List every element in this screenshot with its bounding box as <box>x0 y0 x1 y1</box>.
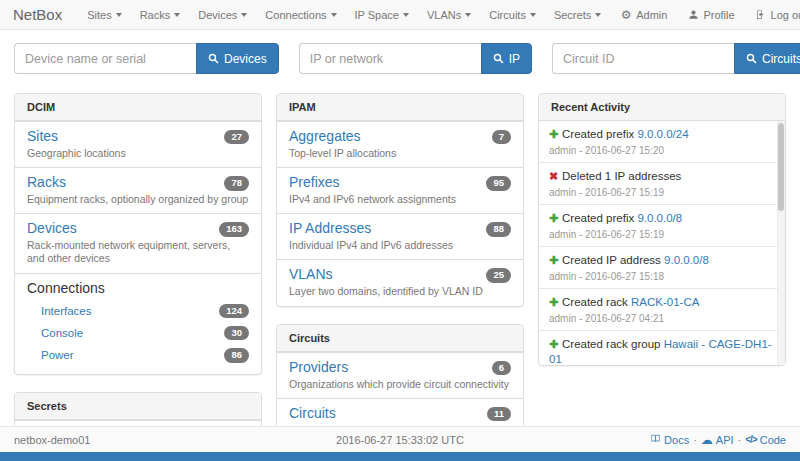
interfaces-count-badge: 124 <box>219 304 249 318</box>
created-plus-icon: ✚ <box>549 337 562 351</box>
device-search-button[interactable]: Devices <box>196 43 279 74</box>
list-item-sites: 27 Sites Geographic locations <box>15 121 261 167</box>
vlans-description: Layer two domains, identified by VLAN ID <box>289 285 511 298</box>
column-activity: Recent Activity ✚Created prefix 9.0.0.0/… <box>538 93 786 383</box>
providers-link[interactable]: Providers <box>289 359 348 375</box>
console-count-badge: 30 <box>224 326 249 340</box>
activity-meta: admin - 2016-06-27 15:20 <box>549 145 773 156</box>
devices-description: Rack-mounted network equipment, servers,… <box>27 239 249 265</box>
prefixes-description: IPv4 and IPv6 network assignments <box>289 193 511 206</box>
netbox-dashboard: NetBox Sites Racks Devices Connections I… <box>0 0 800 461</box>
panel-title: Secrets <box>15 393 261 420</box>
logout-icon <box>755 9 767 21</box>
circuit-search-input[interactable] <box>552 43 734 74</box>
vlans-count-badge: 25 <box>486 268 511 282</box>
prefixes-count-badge: 95 <box>486 176 511 190</box>
panel-title: Recent Activity <box>539 94 785 121</box>
nav-sites[interactable]: Sites <box>78 9 130 21</box>
power-link[interactable]: Power <box>41 349 74 361</box>
devices-link[interactable]: Devices <box>27 220 77 236</box>
list-item-aggregates: 7 Aggregates Top-level IP allocations <box>277 121 523 167</box>
providers-count-badge: 6 <box>492 361 511 375</box>
ip-search-button[interactable]: IP <box>481 43 532 74</box>
panel-title: Circuits <box>277 325 523 352</box>
vlans-link[interactable]: VLANs <box>289 266 333 282</box>
column-dcim: DCIM 27 Sites Geographic locations 78 Ra… <box>14 93 262 461</box>
created-plus-icon: ✚ <box>549 295 562 309</box>
book-icon <box>650 433 661 446</box>
console-link[interactable]: Console <box>41 327 83 339</box>
nav-circuits[interactable]: Circuits <box>480 9 545 21</box>
chevron-down-icon <box>403 13 409 17</box>
bottom-blue-bar <box>0 452 800 461</box>
activity-row: ✖Deleted 1 IP addresses admin - 2016-06-… <box>539 163 777 205</box>
docs-link[interactable]: Docs <box>650 433 689 446</box>
panel-title: IPAM <box>277 94 523 121</box>
ip-search-input[interactable] <box>299 43 481 74</box>
activity-scrollbar[interactable] <box>777 121 785 365</box>
connections-power-row: 86 Power <box>27 344 249 366</box>
chevron-down-icon <box>241 13 247 17</box>
nav-devices[interactable]: Devices <box>189 9 256 21</box>
aggregates-link[interactable]: Aggregates <box>289 128 361 144</box>
connections-interfaces-row: 124 Interfaces <box>27 300 249 322</box>
interfaces-link[interactable]: Interfaces <box>41 305 92 317</box>
activity-object-link[interactable]: 9.0.0.0/24 <box>637 128 688 140</box>
recent-activity-panel: Recent Activity ✚Created prefix 9.0.0.0/… <box>538 93 786 366</box>
sites-description: Geographic locations <box>27 147 249 160</box>
nav-secrets[interactable]: Secrets <box>545 9 610 21</box>
code-link[interactable]: </>Code <box>745 434 786 446</box>
activity-object-link[interactable]: 9.0.0.0/8 <box>664 254 709 266</box>
nav-vlans[interactable]: VLANs <box>418 9 480 21</box>
circuit-search-button[interactable]: Circuits <box>734 43 800 74</box>
activity-row: ✚Created prefix 9.0.0.0/8 admin - 2016-0… <box>539 205 777 247</box>
user-icon <box>687 9 699 21</box>
ip-addresses-count-badge: 88 <box>486 222 511 236</box>
list-item-providers: 6 Providers Organizations which provide … <box>277 352 523 398</box>
created-plus-icon: ✚ <box>549 211 562 225</box>
deleted-x-icon: ✖ <box>549 169 562 183</box>
activity-scrollbar-thumb[interactable] <box>778 123 784 211</box>
power-count-badge: 86 <box>224 348 249 362</box>
activity-meta: admin - 2016-06-27 15:18 <box>549 271 773 282</box>
list-item-devices: 163 Devices Rack-mounted network equipme… <box>15 213 261 272</box>
activity-meta: admin - 2016-06-27 04:21 <box>549 313 773 324</box>
racks-count-badge: 78 <box>224 176 249 190</box>
logout-link[interactable]: Log out <box>745 9 800 21</box>
nav-connections[interactable]: Connections <box>256 9 345 21</box>
aggregates-description: Top-level IP allocations <box>289 147 511 160</box>
chevron-down-icon <box>465 13 471 17</box>
chevron-down-icon <box>530 13 536 17</box>
dcim-panel: DCIM 27 Sites Geographic locations 78 Ra… <box>14 93 262 375</box>
aggregates-count-badge: 7 <box>492 130 511 144</box>
device-search-input[interactable] <box>14 43 196 74</box>
profile-link[interactable]: Profile <box>677 9 744 21</box>
activity-object-link[interactable]: 9.0.0.0/8 <box>637 212 682 224</box>
nav-racks[interactable]: Racks <box>131 9 190 21</box>
list-item-vlans: 25 VLANs Layer two domains, identified b… <box>277 259 523 305</box>
dashboard-columns: DCIM 27 Sites Geographic locations 78 Ra… <box>0 85 800 461</box>
circuits-link[interactable]: Circuits <box>289 405 336 421</box>
ip-addresses-link[interactable]: IP Addresses <box>289 220 371 236</box>
circuits-count-badge: 11 <box>487 407 511 421</box>
nav-ip-space[interactable]: IP Space <box>346 9 418 21</box>
netbox-brand[interactable]: NetBox <box>13 6 62 23</box>
activity-object-link[interactable]: RACK-01-CA <box>631 296 699 308</box>
ipam-panel: IPAM 7 Aggregates Top-level IP allocatio… <box>276 93 524 307</box>
footer-links: Docs · ☁API · </>Code <box>554 433 786 446</box>
circuit-search-group: Circuits <box>552 43 800 74</box>
api-link[interactable]: ☁API <box>701 434 734 446</box>
admin-link[interactable]: ⚙Admin <box>610 9 677 21</box>
gear-icon: ⚙ <box>620 9 632 21</box>
prefixes-link[interactable]: Prefixes <box>289 174 340 190</box>
racks-link[interactable]: Racks <box>27 174 66 190</box>
panel-title: DCIM <box>15 94 261 121</box>
device-search-group: Devices <box>14 43 279 74</box>
created-plus-icon: ✚ <box>549 127 562 141</box>
created-plus-icon: ✚ <box>549 253 562 267</box>
ip-search-group: IP <box>299 43 532 74</box>
devices-count-badge: 163 <box>219 222 249 236</box>
cloud-icon: ☁ <box>701 434 713 446</box>
recent-activity-list: ✚Created prefix 9.0.0.0/24 admin - 2016-… <box>539 121 785 365</box>
sites-link[interactable]: Sites <box>27 128 58 144</box>
